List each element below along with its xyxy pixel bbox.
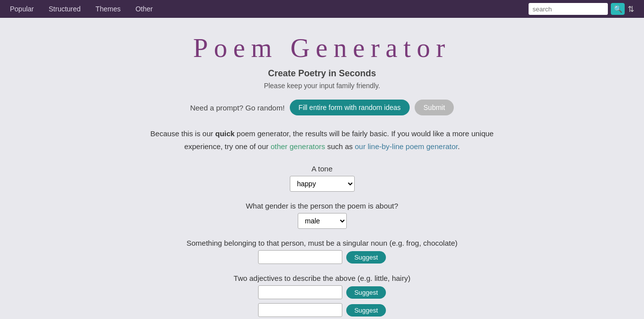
gender-field-group: What gender is the person the poem is ab… <box>124 202 520 229</box>
noun-field-group: Something belonging to that person, must… <box>124 239 520 264</box>
adj1-suggest-button[interactable]: Suggest <box>346 286 386 299</box>
tone-label: A tone <box>124 164 520 173</box>
noun-suggest-button[interactable]: Suggest <box>346 251 386 264</box>
adj2-input-row: Suggest <box>124 303 520 317</box>
adj2-suggest-button[interactable]: Suggest <box>346 304 386 317</box>
nav-structured[interactable]: Structured <box>49 5 81 13</box>
filter-icon: ⇅ <box>628 4 634 14</box>
navbar: Popular Structured Themes Other 🔍 ⇅ <box>0 0 644 18</box>
random-row: Need a prompt? Go random! Fill entire fo… <box>10 100 634 115</box>
page-title: Poem Generator <box>10 33 634 63</box>
gender-select[interactable]: male female neutral <box>298 213 347 229</box>
desc-such-as: such as <box>325 142 355 151</box>
random-fill-button[interactable]: Fill entire form with random ideas <box>290 100 410 115</box>
adj1-input-row: Suggest <box>124 285 520 299</box>
subtitle: Create Poetry in Seconds <box>10 68 634 79</box>
submit-button[interactable]: Submit <box>415 100 454 115</box>
tone-field-group: A tone happy sad romantic funny dark ins… <box>124 164 520 192</box>
nav-themes[interactable]: Themes <box>96 5 121 13</box>
tone-select[interactable]: happy sad romantic funny dark inspiratio… <box>290 176 355 192</box>
adjectives-field-group: Two adjectives to describe the above (e.… <box>124 274 520 317</box>
filter-button[interactable]: ⇅ <box>628 4 634 14</box>
desc-text-before: Because this is our <box>151 129 215 138</box>
noun-label: Something belonging to that person, must… <box>124 239 520 247</box>
search-button[interactable]: 🔍 <box>611 3 625 15</box>
desc-end: . <box>458 142 460 151</box>
search-area: 🔍 ⇅ <box>529 3 634 15</box>
nav-popular[interactable]: Popular <box>10 5 34 13</box>
noun-input[interactable] <box>258 250 342 264</box>
nav-links: Popular Structured Themes Other <box>10 5 153 13</box>
line-by-line-link[interactable]: our line-by-line poem generator <box>355 142 458 151</box>
adjectives-label: Two adjectives to describe the above (e.… <box>124 274 520 282</box>
adj1-input[interactable] <box>258 285 342 299</box>
gender-label: What gender is the person the poem is ab… <box>124 202 520 210</box>
family-note: Please keep your input family friendly. <box>10 82 634 90</box>
main-content: Poem Generator Create Poetry in Seconds … <box>0 18 644 319</box>
noun-input-row: Suggest <box>124 250 520 264</box>
random-prompt-text: Need a prompt? Go random! <box>190 104 285 112</box>
description-block: Because this is our quick poem generator… <box>139 127 505 153</box>
other-generators-link[interactable]: other generators <box>270 142 325 151</box>
desc-quick: quick <box>215 129 234 138</box>
nav-other[interactable]: Other <box>135 5 153 13</box>
search-icon: 🔍 <box>614 5 622 13</box>
adj2-input[interactable] <box>258 303 342 317</box>
poem-form: A tone happy sad romantic funny dark ins… <box>124 164 520 317</box>
search-input[interactable] <box>529 3 608 15</box>
